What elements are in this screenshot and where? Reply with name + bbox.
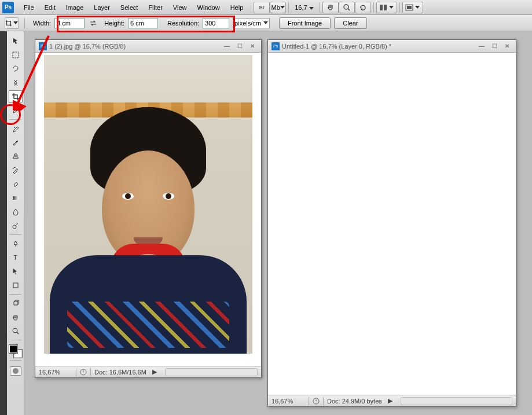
healing-brush-tool[interactable] (9, 122, 23, 135)
crop-tool[interactable] (9, 90, 23, 103)
maximize-button[interactable]: ☐ (234, 42, 245, 50)
document-titlebar[interactable]: Ps Untitled-1 @ 16,7% (Layer 0, RGB/8) *… (268, 40, 516, 53)
shape-tool[interactable] (9, 279, 23, 292)
status-menu-arrow[interactable]: ▶ (150, 368, 159, 376)
current-tool-indicator[interactable] (5, 17, 19, 29)
menu-file[interactable]: File (19, 2, 39, 13)
svg-text:T: T (13, 254, 17, 261)
horizontal-scrollbar[interactable] (401, 397, 512, 405)
screen-mode-button[interactable] (402, 2, 423, 13)
close-button[interactable]: ✕ (502, 42, 512, 50)
canvas-area[interactable] (35, 53, 261, 366)
3d-tool[interactable] (9, 297, 23, 310)
quick-selection-tool[interactable] (9, 76, 23, 89)
svg-rect-7 (13, 52, 19, 58)
status-info-icon[interactable] (80, 369, 87, 376)
menu-image[interactable]: Image (61, 2, 89, 13)
height-label: Height: (104, 20, 124, 27)
svg-rect-10 (13, 196, 19, 200)
canvas-area[interactable] (268, 53, 516, 395)
path-selection-tool[interactable] (9, 265, 23, 278)
menu-bar: Ps File Edit Image Layer Select Filter V… (0, 0, 532, 15)
lasso-tool[interactable] (9, 63, 23, 75)
hand-tool[interactable] (9, 311, 23, 324)
hand-icon[interactable] (322, 2, 339, 13)
workspace: Ps 1 (2).jpg @ 16,7% (RGB/8) — ☐ ✕ (24, 31, 532, 415)
front-image-button[interactable]: Front Image (279, 17, 331, 29)
svg-rect-14 (13, 283, 18, 288)
zoom-level-label[interactable]: 16,7 (291, 4, 317, 11)
panel-collapse-strip[interactable] (0, 31, 7, 415)
photoshop-logo-icon: Ps (2, 2, 14, 13)
marquee-tool[interactable] (9, 49, 23, 61)
status-doc-size: Doc: 16,6M/16,6M (94, 369, 146, 376)
clone-stamp-tool[interactable] (9, 150, 23, 163)
brush-tool[interactable] (9, 136, 23, 149)
bridge-button[interactable]: Br (254, 2, 270, 13)
document-title: 1 (2).jpg @ 16,7% (RGB/8) (49, 43, 219, 50)
arrange-documents-button[interactable] (376, 2, 397, 13)
document-titlebar[interactable]: Ps 1 (2).jpg @ 16,7% (RGB/8) — ☐ ✕ (35, 40, 261, 53)
type-tool[interactable]: T (9, 251, 23, 264)
svg-point-15 (13, 328, 17, 333)
svg-point-0 (344, 5, 348, 9)
clear-button[interactable]: Clear (334, 17, 366, 29)
history-brush-tool[interactable] (9, 164, 23, 177)
gradient-tool[interactable] (9, 192, 23, 204)
svg-rect-3 (384, 5, 387, 10)
document-window-2: Ps Untitled-1 @ 16,7% (Layer 0, RGB/8) *… (267, 39, 516, 407)
options-bar: Width: Height: Resolution: pixels/cm Fro… (0, 15, 532, 31)
menu-layer[interactable]: Layer (89, 2, 115, 13)
rotate-view-icon[interactable] (355, 2, 371, 13)
minimize-button[interactable]: — (476, 42, 487, 50)
crop-icon (5, 19, 12, 27)
menu-select[interactable]: Select (115, 2, 144, 13)
status-info-icon[interactable] (313, 398, 320, 405)
swap-dimensions-button[interactable] (88, 18, 98, 28)
blur-tool[interactable] (9, 205, 23, 218)
units-label: pixels/cm (234, 20, 261, 27)
document-title: Untitled-1 @ 16,7% (Layer 0, RGB/8) * (282, 43, 474, 50)
minibridge-button[interactable]: Mb (270, 2, 286, 13)
svg-line-12 (16, 223, 18, 226)
menu-view[interactable]: View (168, 2, 192, 13)
svg-rect-2 (380, 5, 383, 10)
document-window-1: Ps 1 (2).jpg @ 16,7% (RGB/8) — ☐ ✕ (35, 39, 262, 378)
width-input[interactable] (54, 18, 85, 28)
status-menu-arrow[interactable]: ▶ (386, 397, 395, 405)
resolution-input[interactable] (203, 18, 229, 28)
width-label: Width: (33, 20, 51, 27)
status-doc-size: Doc: 24,9M/0 bytes (327, 398, 382, 405)
resolution-units-select[interactable]: pixels/cm (233, 18, 270, 28)
zoom-tool[interactable] (9, 325, 23, 337)
close-button[interactable]: ✕ (247, 42, 258, 50)
eraser-tool[interactable] (9, 178, 23, 190)
status-zoom[interactable]: 16,67% (39, 369, 72, 376)
menu-edit[interactable]: Edit (39, 2, 61, 13)
menu-help[interactable]: Help (225, 2, 249, 13)
minimize-button[interactable]: — (222, 42, 232, 50)
pen-tool[interactable] (9, 237, 23, 250)
maximize-button[interactable]: ☐ (489, 42, 500, 50)
height-input[interactable] (128, 18, 158, 28)
swap-icon (89, 20, 97, 27)
color-swatches[interactable] (9, 345, 22, 358)
menu-filter[interactable]: Filter (143, 2, 167, 13)
quick-mask-button[interactable] (10, 366, 21, 376)
foreground-color-swatch[interactable] (9, 345, 17, 353)
svg-line-1 (348, 9, 350, 10)
dodge-tool[interactable] (9, 219, 23, 232)
move-tool[interactable] (9, 35, 23, 47)
ps-document-icon: Ps (39, 42, 47, 50)
svg-point-9 (14, 127, 15, 128)
svg-rect-5 (407, 6, 412, 9)
menu-window[interactable]: Window (192, 2, 225, 13)
status-bar: 16,67% Doc: 24,9M/0 bytes ▶ (268, 395, 516, 406)
resolution-label: Resolution: (167, 20, 199, 27)
status-bar: 16,67% Doc: 16,6M/16,6M ▶ (35, 366, 261, 377)
horizontal-scrollbar[interactable] (165, 368, 258, 376)
zoom-icon[interactable] (339, 2, 355, 13)
eyedropper-tool[interactable] (9, 104, 23, 117)
status-zoom[interactable]: 16,67% (271, 398, 305, 405)
ps-document-icon: Ps (271, 42, 280, 50)
